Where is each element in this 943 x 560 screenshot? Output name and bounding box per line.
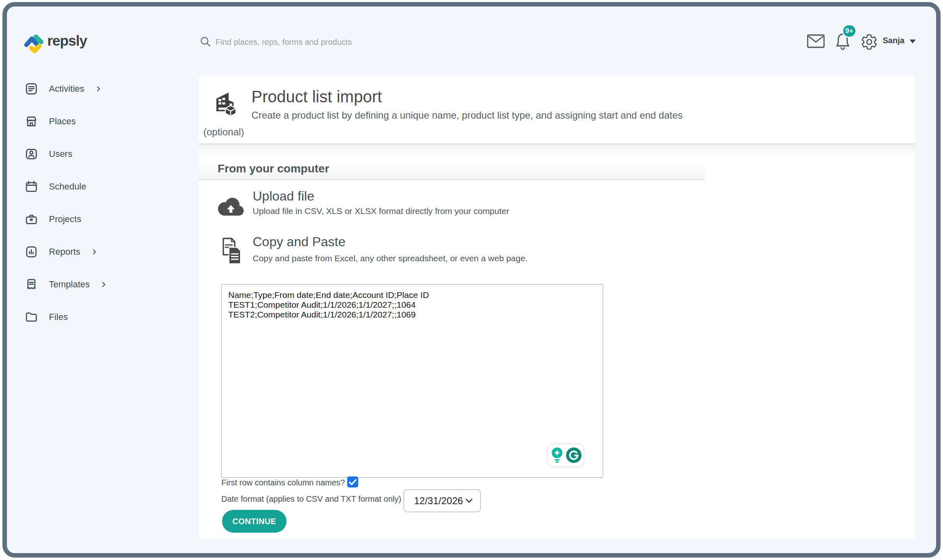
sidebar-item-places[interactable]: Places	[24, 114, 76, 129]
tab-from-your-computer[interactable]: From your computer	[198, 144, 705, 180]
grammarly-g-icon	[566, 448, 582, 463]
sidebar-item-projects[interactable]: Projects	[24, 212, 81, 227]
chevron-right-icon	[99, 280, 108, 289]
search-icon	[199, 35, 212, 48]
sidebar-item-label: Projects	[49, 214, 81, 225]
date-format-select[interactable]: 12/31/2026	[403, 489, 481, 512]
template-receipt-icon	[24, 278, 38, 291]
sidebar-item-templates[interactable]: Templates	[24, 277, 108, 292]
page-title: Product list import	[251, 88, 382, 106]
suggestion-bulb-icon	[550, 447, 564, 464]
sidebar-item-label: Templates	[49, 279, 90, 290]
activities-icon	[24, 82, 38, 96]
settings-gear-icon[interactable]	[861, 33, 878, 51]
product-list-icon	[214, 91, 239, 118]
sidebar-item-schedule[interactable]: Schedule	[24, 179, 86, 194]
app-window: repsly Find places, reps, forms and prod…	[0, 0, 943, 560]
chevron-right-icon	[94, 84, 103, 93]
repsly-logo-text[interactable]: repsly	[47, 33, 87, 49]
folder-icon	[24, 310, 38, 324]
upload-cloud-icon[interactable]	[217, 197, 245, 216]
paste-data-textarea[interactable]: Name;Type;From date;End date;Account ID;…	[221, 284, 603, 478]
first-row-checkbox[interactable]	[347, 476, 358, 487]
tab-label: From your computer	[218, 162, 329, 175]
sidebar-item-label: Users	[49, 149, 72, 159]
chevron-down-icon	[465, 498, 473, 503]
grammarly-widget[interactable]	[547, 443, 584, 467]
sidebar-item-users[interactable]: Users	[24, 146, 72, 162]
continue-button[interactable]: CONTINUE	[222, 510, 286, 533]
copy-paste-description: Copy and paste from Excel, any other spr…	[253, 254, 528, 263]
sidebar-item-label: Activities	[49, 84, 84, 94]
chevron-right-icon	[90, 247, 99, 256]
first-row-label: First row contains column names?	[221, 478, 345, 487]
date-format-label: Date format (applies to CSV and TXT form…	[221, 494, 401, 504]
date-format-value: 12/31/2026	[414, 495, 463, 507]
upload-file-description: Upload file in CSV, XLS or XLSX format d…	[253, 206, 509, 216]
calendar-icon	[24, 180, 38, 194]
search-input[interactable]: Find places, reps, forms and products	[216, 37, 352, 47]
sidebar-item-activities[interactable]: Activities	[24, 81, 103, 97]
sidebar-item-label: Places	[49, 116, 76, 127]
copy-paste-title[interactable]: Copy and Paste	[253, 234, 346, 249]
briefcase-icon	[24, 212, 38, 226]
repsly-logo-icon[interactable]	[23, 30, 46, 53]
notification-badge: 9+	[842, 24, 857, 38]
upload-file-title[interactable]: Upload file	[253, 189, 314, 204]
mail-icon[interactable]	[807, 34, 825, 48]
chevron-down-icon[interactable]	[910, 40, 916, 44]
copy-paste-icon[interactable]	[221, 237, 243, 265]
sidebar-item-label: Schedule	[49, 181, 86, 192]
bar-chart-icon	[24, 245, 38, 259]
page-subtitle: Create a product list by defining a uniq…	[251, 110, 683, 121]
sidebar-item-label: Files	[49, 312, 68, 322]
product-list-import-panel: Product list import Create a product lis…	[198, 75, 915, 539]
sidebar-item-reports[interactable]: Reports	[24, 244, 99, 260]
sidebar-item-label: Reports	[49, 247, 80, 257]
sidebar-item-files[interactable]: Files	[24, 309, 68, 325]
users-icon	[24, 147, 38, 161]
user-menu[interactable]: Sanja	[883, 36, 904, 45]
page-subtitle-optional: (optional)	[203, 126, 244, 138]
places-store-icon	[24, 115, 38, 128]
